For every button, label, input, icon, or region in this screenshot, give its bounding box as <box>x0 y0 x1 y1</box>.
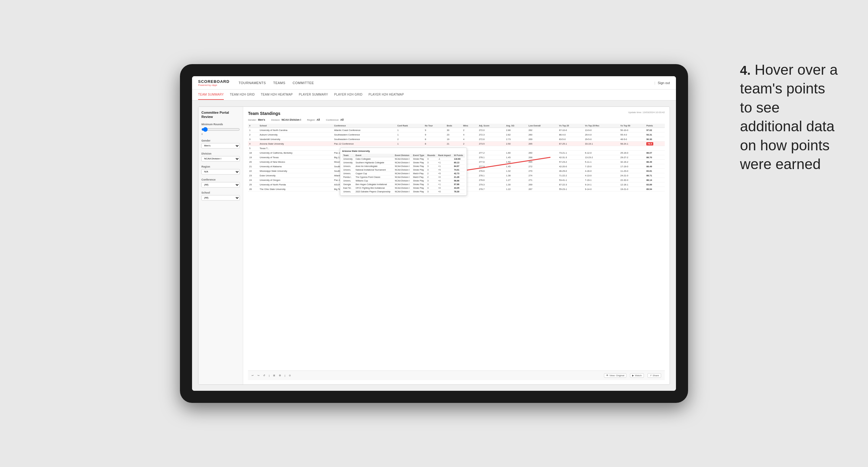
division-select[interactable]: NCAA Division I <box>202 156 240 161</box>
gender-select[interactable]: Men's <box>202 143 240 149</box>
sign-out-link[interactable]: Sign out <box>658 81 670 85</box>
nav-committee[interactable]: COMMITTEE <box>293 80 314 86</box>
conference-select[interactable]: (All) <box>202 182 240 188</box>
table-cell <box>619 146 645 151</box>
toolbar-redo[interactable]: ↪ <box>257 374 259 377</box>
region-select[interactable]: N/A <box>202 169 240 175</box>
table-cell: 24-21-0 <box>619 173 645 178</box>
popup-cell: +5 <box>437 172 453 176</box>
tab-player-h2h-grid[interactable]: PLAYER H2H GRID <box>334 90 363 100</box>
points-cell[interactable]: 88.70 <box>645 155 665 160</box>
popup-cell: Stroke Play <box>412 190 426 194</box>
points-cell[interactable]: 83.89 <box>645 182 665 187</box>
popup-cell: Univers. <box>342 190 354 194</box>
popup-cell: Stroke Play <box>412 157 426 161</box>
table-cell: 2 <box>248 132 258 137</box>
popup-cell: Amer An Intercollegiate <box>354 164 394 168</box>
table-cell: 2 <box>396 137 424 142</box>
points-cell[interactable]: 88.07 <box>645 151 665 155</box>
points-cell[interactable]: 97.02 <box>645 128 665 132</box>
popup-cell: Southern Highlands Collegiate <box>354 161 394 164</box>
app-container: Committee Portal Review Minimum Rounds 0… <box>198 106 670 385</box>
table-cell: 20 <box>248 160 258 164</box>
popup-col-rank-impact: Rank Impact <box>437 154 453 157</box>
table-cell: 67-10-0 <box>558 128 584 132</box>
popup-cell: 84.97 <box>453 164 465 168</box>
share-icon: ↗ <box>650 374 652 377</box>
toolbar-undo[interactable]: ↩ <box>252 374 254 377</box>
col-avg-sg: Avg. SG <box>505 124 527 128</box>
table-cell: 1 <box>396 142 424 146</box>
min-rounds-slider[interactable] <box>202 127 240 132</box>
tab-team-h2h-grid[interactable]: TEAM H2H GRID <box>230 90 255 100</box>
points-cell[interactable]: 89.94 <box>645 187 665 191</box>
table-cell: 272.0 <box>477 128 505 132</box>
table-cell: 58-24-1 <box>619 142 645 146</box>
tab-team-summary[interactable]: TEAM SUMMARY <box>198 90 224 100</box>
top-nav: SCOREBOARD Powered by clippi TOURNAMENTS… <box>192 76 676 90</box>
toolbar-reset[interactable]: ↺ <box>263 374 265 377</box>
points-cell[interactable]: 88.14 <box>645 178 665 182</box>
points-cell[interactable]: 88.49 <box>645 164 665 169</box>
table-cell: 269 <box>527 182 558 187</box>
table-cell: 33-19-1 <box>584 142 619 146</box>
annotation-text: 4. Hover over ateam's pointsto seeadditi… <box>740 61 838 174</box>
table-row: 3Vanderbilt UniversitySoutheastern Confe… <box>248 137 665 142</box>
nav-divider: | <box>654 81 655 85</box>
table-cell: 19 <box>445 137 462 142</box>
watch-btn[interactable]: ▶ Watch <box>630 373 644 378</box>
tab-player-summary[interactable]: PLAYER SUMMARY <box>299 90 328 100</box>
popup-cell: Stroke Play <box>412 164 426 168</box>
points-cell[interactable]: 83.81 <box>645 169 665 173</box>
popup-cell: +0 <box>437 186 453 190</box>
popup-cell: NCAA Division I <box>394 157 412 161</box>
view-label: View: Original <box>610 374 624 377</box>
table-row: 4Arizona State UniversityPac-12 Conferen… <box>248 142 665 146</box>
table-cell: 8 <box>424 142 446 146</box>
tab-player-h2h-heatmap[interactable]: PLAYER H2H HEATMAP <box>369 90 404 100</box>
nav-items: TOURNAMENTS TEAMS COMMITTEE <box>239 80 654 86</box>
table-cell: 267 <box>527 187 558 191</box>
popup-row: UniversityCabo CollegiateNCAA Division I… <box>342 157 465 161</box>
nav-teams[interactable]: TEAMS <box>273 80 285 86</box>
table-cell: 1.27 <box>505 178 527 182</box>
table-cell: 5-11-1 <box>584 160 619 164</box>
toolbar-clock[interactable]: ⊙ <box>289 374 291 377</box>
col-school: School <box>258 124 333 128</box>
share-btn[interactable]: ↗ Share <box>648 373 661 378</box>
table-container: # School Conference Conf Rank No Tour Bn… <box>248 124 665 371</box>
toolbar-copy[interactable]: ⊞ <box>273 374 275 377</box>
table-cell: 42-20-0 <box>558 164 584 169</box>
table-cell: 73-21-1 <box>558 151 584 155</box>
toolbar-settings[interactable]: ⚙ <box>279 374 281 377</box>
min-rounds-value: 0 <box>202 133 240 135</box>
points-cell[interactable] <box>645 146 665 151</box>
table-cell: 9-14-1 <box>584 182 619 187</box>
popup-cell: The Cypress Point Classic <box>354 176 394 179</box>
points-cell[interactable]: 88.71 <box>645 173 665 178</box>
popup-cell: NCAA Division I <box>394 183 412 186</box>
tab-team-h2h-heatmap[interactable]: TEAM H2H HEATMAP <box>261 90 293 100</box>
nav-tournaments[interactable]: TOURNAMENTS <box>239 80 266 86</box>
points-cell[interactable]: 90.30 <box>645 137 665 142</box>
points-cell[interactable]: 78.5 <box>645 142 665 146</box>
table-cell: 4 <box>248 142 258 146</box>
popup-cell: 80.13 <box>453 161 465 164</box>
app-logo: SCOREBOARD Powered by clippi <box>198 79 229 87</box>
popup-cell: 3 <box>426 168 437 172</box>
table-cell: 50-10-0 <box>619 128 645 132</box>
school-select[interactable]: (All) <box>202 195 240 200</box>
points-cell[interactable]: 88.49 <box>645 160 665 164</box>
popup-cell: +0 <box>437 190 453 194</box>
table-cell: 265 <box>527 142 558 146</box>
popup-cell: 56.66 <box>453 179 465 183</box>
popup-table: Team Event Event Division Event Type Rou… <box>342 154 465 194</box>
table-cell: 25 <box>248 182 258 187</box>
points-cell[interactable]: 93.31 <box>645 132 665 137</box>
popup-cell: NCAA Division I <box>394 164 412 168</box>
popup-cell: NCAA Division I <box>394 186 412 190</box>
popup-cell: 3 <box>426 190 437 194</box>
table-cell: 13-23-2 <box>584 155 619 160</box>
view-original-btn[interactable]: 👁 View: Original <box>604 373 626 378</box>
popup-cell: Univers. <box>342 172 354 176</box>
